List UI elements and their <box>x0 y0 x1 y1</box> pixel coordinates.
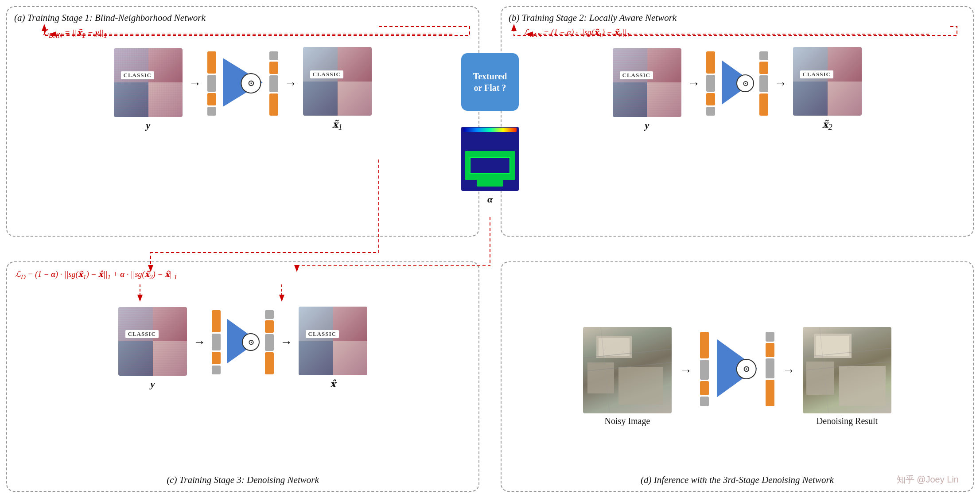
page-layout: (a) Training Stage 1: Blind-Neighborhood… <box>0 0 980 498</box>
alpha-map-col: α <box>461 127 519 205</box>
panel-a-bnn-triangle: ⊙ <box>221 56 265 111</box>
tex-flat-line2: or Flat ? <box>474 82 506 93</box>
panel-b-dec-right <box>759 51 768 116</box>
panel-d-denoised-svg <box>803 327 891 413</box>
panel-a-dec-right <box>269 51 278 116</box>
watermark: 知乎 @Joey Lin <box>897 474 959 486</box>
enc-rect-3 <box>207 93 216 105</box>
panel-c-arrow1: → <box>193 335 206 349</box>
panel-a-x1-classic: CLASSIC <box>310 70 343 78</box>
panel-b-lan-op: ⊙ <box>736 74 754 92</box>
panel-a-arrow1: → <box>189 76 201 90</box>
panel-b-formula: ℒLAN = (1 − α) · ||sg(x̃1) − x̃2||1 <box>524 27 630 39</box>
dec-rect-3 <box>269 75 278 92</box>
panel-c-formula: ℒD = (1 − α) · ||sg(x̃1) − x̂||1 + α · |… <box>15 269 177 281</box>
panel-a-y-classic: CLASSIC <box>121 71 154 79</box>
panel-d-dec-right <box>766 332 774 406</box>
panel-b-x2-col: CLASSIC x̃2 <box>793 47 862 132</box>
panel-d-noisy-svg <box>583 327 672 413</box>
panel-d-enc-left <box>700 332 709 406</box>
alpha-label: α <box>461 194 519 205</box>
tex-flat-line1: Textured <box>473 70 507 82</box>
panel-b-x2-image: CLASSIC <box>793 47 862 116</box>
panel-a-title: (a) Training Stage 1: Blind-Neighborhood… <box>14 12 206 23</box>
panel-d-noisy-image <box>583 327 672 413</box>
svg-rect-10 <box>618 367 663 405</box>
enc-rect-1 <box>207 51 216 74</box>
dec-rect-4 <box>269 93 278 116</box>
panel-d: (d) Inference with the 3rd-Stage Denoisi… <box>501 261 974 492</box>
panel-a-x1-label: x̃1 <box>332 118 342 132</box>
panel-a-formula-arrow-svg <box>43 27 461 41</box>
panel-d-denoised-col: Denoising Result <box>803 327 891 426</box>
panel-c-title: (c) Training Stage 3: Denoising Network <box>7 475 478 486</box>
dec-rect-1 <box>269 51 278 60</box>
panel-c-y-classic: CLASSIC <box>125 330 159 338</box>
dec-rect-2 <box>269 62 278 74</box>
alpha-map-svg <box>461 127 519 191</box>
panel-a-x1-col: CLASSIC x̃1 <box>303 47 372 132</box>
panel-b-arrow2: → <box>774 76 787 90</box>
panel-d-noisy-label: Noisy Image <box>605 416 650 426</box>
panel-a-enc-left <box>207 51 216 116</box>
alpha-map <box>461 127 519 191</box>
panel-c-dec-right <box>265 310 274 374</box>
panel-b: (b) Training Stage 2: Locally Aware Netw… <box>501 6 974 237</box>
panel-d-arrow1: → <box>680 363 692 377</box>
panel-a-bnn-op: ⊙ <box>241 73 261 93</box>
panel-c: (c) Training Stage 3: Denoising Network … <box>6 261 479 492</box>
panel-b-y-label: y <box>645 120 649 131</box>
panel-a-y-col: CLASSIC y <box>114 48 183 131</box>
enc-rect-2 <box>207 75 216 92</box>
svg-rect-24 <box>463 128 517 132</box>
svg-rect-19 <box>839 366 886 406</box>
panel-b-y-col: CLASSIC y <box>613 48 681 131</box>
panel-b-x2-label: x̃2 <box>822 118 832 132</box>
svg-rect-27 <box>477 175 503 187</box>
panel-b-network: CLASSIC y → ⊙ <box>502 47 973 132</box>
svg-rect-9 <box>587 362 614 393</box>
panel-a-y-label: y <box>146 120 151 131</box>
panel-d-inf-op: ⊙ <box>736 359 757 379</box>
panel-a-formula-row <box>43 27 461 41</box>
svg-rect-8 <box>599 338 630 356</box>
panel-a: (a) Training Stage 1: Blind-Neighborhood… <box>6 6 479 237</box>
panel-a-x1-image: CLASSIC <box>303 47 372 116</box>
panel-c-xhat-label: x̂ <box>330 378 336 390</box>
panel-d-network: Noisy Image → ⊙ <box>502 327 973 426</box>
svg-rect-26 <box>470 158 510 173</box>
panel-d-denoised-image <box>803 327 891 413</box>
panel-c-y-col: CLASSIC y <box>118 307 187 390</box>
panel-d-inf-triangle: ⊙ <box>715 337 759 401</box>
panel-b-arrow1: → <box>688 76 700 90</box>
panel-b-y-image: CLASSIC <box>613 48 681 117</box>
panel-c-enc-left <box>212 310 221 374</box>
panel-c-y-image: CLASSIC <box>118 307 187 376</box>
panel-d-arrow2: → <box>782 363 795 377</box>
panel-b-title: (b) Training Stage 2: Locally Aware Netw… <box>509 12 677 23</box>
panel-c-dn-op: ⊙ <box>242 333 260 351</box>
enc-rect-4 <box>207 107 216 116</box>
panel-c-xhat-image: CLASSIC <box>299 307 367 375</box>
panel-c-arrow2: → <box>280 335 292 349</box>
panel-b-lan-triangle: ⊙ <box>719 58 755 109</box>
panel-a-y-image: CLASSIC <box>114 48 183 117</box>
panel-c-xhat-classic: CLASSIC <box>306 330 339 338</box>
panel-c-network: CLASSIC y → ⊙ <box>7 307 478 390</box>
panel-c-xhat-col: CLASSIC x̂ <box>299 307 367 390</box>
panel-c-dn-triangle: ⊙ <box>225 317 261 367</box>
panel-d-noisy-col: Noisy Image <box>583 327 672 426</box>
panel-a-formula: ℒBNN = ||x̃1 − y||1 <box>43 27 107 39</box>
tex-flat-box: Textured or Flat ? <box>461 53 519 111</box>
panel-c-y-label: y <box>151 378 155 390</box>
center-tex-flat-area: Textured or Flat ? <box>461 53 519 205</box>
panel-b-x2-classic: CLASSIC <box>800 70 833 78</box>
panel-b-y-classic: CLASSIC <box>620 71 653 79</box>
panel-d-denoised-label: Denoising Result <box>817 416 878 426</box>
panel-a-arrow2: → <box>284 76 297 90</box>
panel-a-network: CLASSIC y → ⊙ <box>7 47 478 132</box>
svg-rect-18 <box>806 362 834 395</box>
panel-b-enc-left <box>706 51 715 116</box>
